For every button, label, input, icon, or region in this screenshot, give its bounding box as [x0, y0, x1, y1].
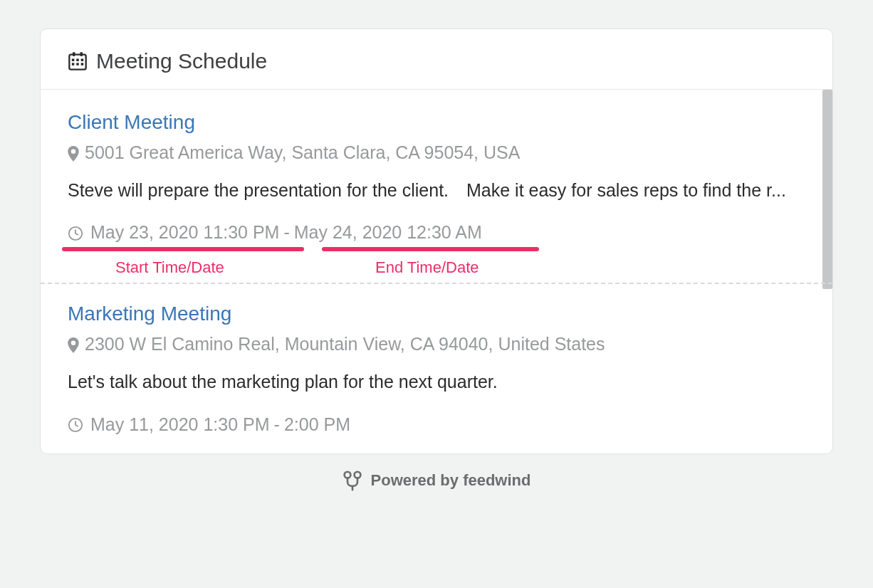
- svg-rect-5: [81, 59, 84, 62]
- location-pin-icon: [68, 337, 79, 352]
- clock-icon: [68, 225, 83, 241]
- event-title[interactable]: Client Meeting: [68, 111, 805, 134]
- event-time: May 11, 2020 1:30 PM - 2:00 PM: [68, 414, 805, 435]
- event-title[interactable]: Marketing Meeting: [68, 303, 805, 325]
- svg-rect-6: [72, 63, 75, 65]
- svg-rect-2: [80, 52, 83, 56]
- event-item: Marketing Meeting 2300 W El Camino Real,…: [41, 283, 832, 453]
- time-separator: -: [283, 222, 289, 243]
- time-separator: -: [274, 414, 280, 435]
- annotation-label-end: End Time/Date: [375, 258, 479, 277]
- svg-rect-0: [69, 55, 85, 70]
- svg-rect-4: [76, 59, 79, 62]
- event-description: Steve will prepare the presentation for …: [68, 176, 805, 205]
- event-description: Let's talk about the marketing plan for …: [68, 367, 805, 397]
- clock-icon: [68, 416, 83, 432]
- annotation-label-start: Start Time/Date: [115, 258, 224, 277]
- powered-by-text: Powered by feedwind: [371, 471, 531, 490]
- svg-rect-8: [81, 63, 84, 65]
- calendar-icon: [68, 51, 88, 71]
- svg-rect-7: [76, 63, 79, 65]
- event-location: 5001 Great America Way, Santa Clara, CA …: [68, 142, 805, 163]
- event-location: 2300 W El Camino Real, Mountain View, CA…: [68, 334, 805, 355]
- widget-title: Meeting Schedule: [96, 49, 267, 73]
- widget-body: Client Meeting 5001 Great America Way, S…: [41, 90, 832, 453]
- annotation-underline-end: [322, 247, 539, 251]
- event-end-time: 2:00 PM: [284, 414, 350, 435]
- event-location-text: 5001 Great America Way, Santa Clara, CA …: [85, 142, 520, 163]
- location-pin-icon: [68, 145, 79, 161]
- event-start-time: May 11, 2020 1:30 PM: [90, 414, 270, 435]
- annotation-underline-start: [62, 247, 304, 251]
- feedwind-logo-icon: [343, 470, 362, 491]
- powered-by-footer[interactable]: Powered by feedwind: [40, 470, 833, 491]
- event-time: May 23, 2020 11:30 PM - May 24, 2020 12:…: [68, 222, 805, 243]
- schedule-widget: Meeting Schedule Client Meeting 5001 Gre…: [40, 28, 833, 454]
- svg-rect-1: [73, 52, 75, 56]
- event-location-text: 2300 W El Camino Real, Mountain View, CA…: [85, 334, 605, 355]
- event-item: Client Meeting 5001 Great America Way, S…: [41, 90, 832, 283]
- event-end-time: May 24, 2020 12:30 AM: [294, 222, 482, 243]
- widget-header: Meeting Schedule: [41, 29, 832, 90]
- svg-rect-3: [72, 59, 75, 62]
- event-start-time: May 23, 2020 11:30 PM: [90, 222, 279, 243]
